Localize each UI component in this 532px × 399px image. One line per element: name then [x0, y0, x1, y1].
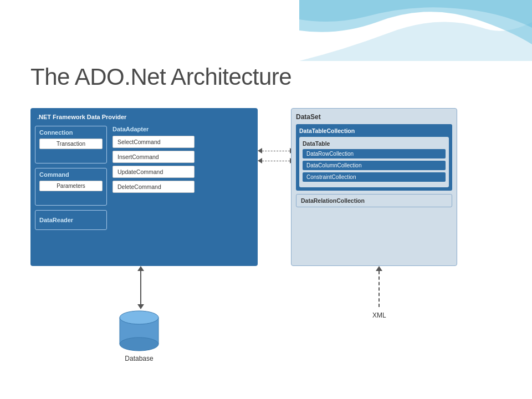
- update-command: UpdateCommand: [112, 166, 195, 178]
- datatable-label: DataTable: [303, 140, 446, 147]
- adapter-column: DataAdapter SelectCommand InsertCommand …: [112, 126, 195, 260]
- svg-point-2: [120, 311, 158, 324]
- connection-label: Connection: [39, 129, 103, 136]
- dataset-box: DataSet DataTableCollection DataTable Da…: [291, 108, 457, 266]
- page-title: The ADO.Net Architecture: [30, 64, 291, 90]
- wave-decoration: [299, 0, 532, 61]
- arrow-to-dataset: [258, 148, 294, 154]
- datacolumn-collection: DataColumnCollection: [303, 161, 446, 170]
- net-framework-label: .NET Framework Data Provider: [35, 112, 253, 121]
- datatable-box: DataTable DataRowCollection DataColumnCo…: [299, 137, 449, 187]
- database-label: Database: [125, 355, 153, 362]
- datareader-box: DataReader: [35, 210, 107, 230]
- left-column: Connection Transaction Command Parameter…: [35, 126, 107, 260]
- architecture-diagram: .NET Framework Data Provider Connection …: [30, 108, 502, 357]
- adapter-header: DataAdapter: [112, 126, 195, 132]
- datatable-collection-box: DataTableCollection DataTable DataRowCol…: [296, 124, 452, 191]
- insert-command: InsertCommand: [112, 151, 195, 163]
- parameters-box: Parameters: [39, 181, 103, 191]
- datarelation-collection: DataRelationCollection: [296, 194, 452, 207]
- connection-box: Connection Transaction: [35, 126, 107, 163]
- xml-arrow-section: XML: [372, 266, 386, 319]
- delete-command: DeleteCommand: [112, 181, 195, 193]
- datatable-collection-label: DataTableCollection: [299, 127, 449, 134]
- dataset-label: DataSet: [296, 113, 452, 121]
- svg-point-1: [120, 337, 158, 351]
- select-command: SelectCommand: [112, 136, 195, 148]
- transaction-box: Transaction: [39, 139, 103, 149]
- datareader-label: DataReader: [39, 217, 73, 223]
- database-section: Database: [119, 308, 159, 362]
- net-framework-box: .NET Framework Data Provider Connection …: [30, 108, 258, 266]
- constraint-collection: ConstraintCollection: [303, 172, 446, 182]
- datarow-collection: DataRowCollection: [303, 149, 446, 158]
- command-box: Command Parameters: [35, 168, 107, 206]
- arrow-from-dataset: [258, 158, 294, 163]
- vertical-arrow-db: [137, 266, 144, 309]
- command-label: Command: [39, 171, 103, 178]
- xml-label: XML: [372, 311, 386, 319]
- database-cylinder: [119, 308, 159, 352]
